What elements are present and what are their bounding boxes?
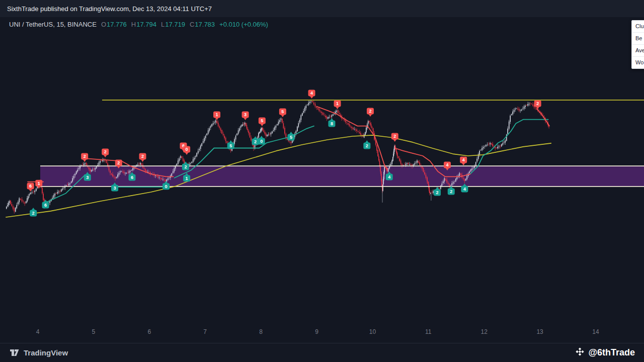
svg-text:2: 2 (84, 154, 86, 159)
svg-text:6: 6 (131, 175, 133, 180)
svg-text:12: 12 (481, 328, 488, 335)
sell-signal-badge: 4 (308, 90, 315, 99)
indicator-panel: Clu Be Aver Wo (631, 20, 644, 69)
svg-text:2: 2 (254, 139, 257, 144)
buy-signal-badge: 2 (30, 208, 37, 217)
svg-text:4: 4 (462, 157, 465, 162)
sell-signal-badge: 1 (334, 100, 341, 109)
svg-text:2: 2 (184, 164, 187, 169)
svg-text:4: 4 (463, 187, 466, 192)
svg-text:2: 2 (366, 143, 368, 148)
svg-text:5: 5 (229, 143, 232, 148)
price-change: +0.010 (+0.06%) (219, 21, 268, 28)
signals-layer: 6122226013554122442263360215205824224 (27, 90, 541, 217)
svg-text:6: 6 (44, 203, 47, 208)
svg-text:9: 9 (315, 328, 318, 335)
sell-signal-badge: 3 (242, 111, 249, 120)
indicator-panel-item[interactable]: Be (632, 33, 644, 45)
svg-text:2: 2 (104, 149, 107, 154)
svg-text:8: 8 (331, 121, 333, 126)
svg-text:2: 2 (536, 101, 539, 106)
svg-text:10: 10 (369, 328, 376, 335)
publish-bar: SixthTrade published on TradingView.com,… (0, 0, 644, 18)
svg-text:11: 11 (425, 328, 432, 335)
svg-text:3: 3 (114, 186, 116, 191)
tradingview-brand-label: TradingView (24, 348, 68, 357)
sell-signal-badge: 2 (391, 133, 398, 142)
buy-signal-badge: 0 (258, 136, 265, 145)
svg-text:5: 5 (290, 135, 292, 140)
ohlc-open: O17.776 (101, 21, 127, 28)
sell-signal-badge: 2 (367, 108, 374, 117)
buy-signal-badge: 5 (287, 132, 294, 141)
svg-text:1: 1 (186, 176, 188, 181)
footer-bar: TradingView @6thTrade (0, 343, 644, 362)
ohlc-close: C17.783 (190, 21, 215, 28)
sell-signal-badge: 6 (27, 183, 34, 192)
svg-text:5: 5 (92, 328, 96, 335)
sell-signal-badge: 2 (81, 153, 88, 162)
author-handle-label: @6thTrade (588, 347, 635, 358)
svg-text:2: 2 (141, 154, 144, 159)
svg-text:1: 1 (38, 181, 40, 186)
chart-canvas[interactable]: 6122226013554122442263360215205824224456… (0, 17, 644, 343)
svg-text:14: 14 (592, 328, 599, 335)
svg-text:6: 6 (147, 328, 151, 335)
indicator-panel-item[interactable]: Aver (632, 45, 644, 57)
svg-text:5: 5 (261, 118, 263, 123)
sell-signal-badge: 2 (139, 153, 146, 162)
buy-signal-badge: 6 (42, 200, 49, 209)
sell-signal-badge: 0 (183, 146, 190, 155)
svg-text:1: 1 (336, 101, 339, 106)
svg-text:3: 3 (244, 112, 247, 117)
axis-labels: 4567891011121314 (36, 328, 599, 335)
svg-text:4: 4 (310, 90, 313, 96)
author-handle[interactable]: @6thTrade (576, 347, 635, 358)
svg-text:2: 2 (436, 190, 439, 195)
svg-text:4: 4 (36, 328, 40, 335)
buy-signal-badge: 2 (434, 187, 441, 196)
symbol-title[interactable]: UNI / TetherUS, 15, BINANCE (9, 21, 97, 28)
sell-signal-badge: 5 (279, 108, 286, 117)
svg-text:8: 8 (259, 328, 263, 335)
svg-text:13: 13 (536, 328, 543, 335)
ohlc-high: H17.794 (131, 21, 156, 28)
publish-caption: SixthTrade published on TradingView.com,… (7, 5, 212, 13)
svg-text:0: 0 (186, 147, 188, 152)
buy-signal-badge: 2 (363, 140, 370, 149)
svg-text:3: 3 (86, 175, 89, 180)
svg-text:2: 2 (450, 189, 452, 194)
buy-signal-badge: 2 (252, 136, 259, 145)
svg-text:1: 1 (215, 112, 218, 117)
symbol-legend-row: UNI / TetherUS, 15, BINANCE O17.776 H17.… (9, 21, 268, 28)
svg-text:2: 2 (393, 134, 396, 139)
buy-signal-badge: 8 (328, 118, 335, 127)
svg-text:7: 7 (203, 328, 207, 335)
tradingview-brand[interactable]: TradingView (9, 347, 68, 359)
svg-text:5: 5 (281, 109, 284, 114)
svg-text:4: 4 (446, 162, 448, 167)
binance-diamond-icon (576, 347, 584, 358)
svg-text:0: 0 (165, 184, 168, 189)
sell-signal-badge: 5 (259, 118, 266, 127)
svg-text:2: 2 (369, 109, 371, 114)
svg-text:4: 4 (388, 174, 390, 179)
sell-signal-badge: 1 (213, 111, 220, 120)
indicator-panel-item[interactable]: Wo (632, 57, 644, 68)
sell-signal-badge: 4 (460, 156, 467, 165)
svg-text:2: 2 (32, 211, 35, 216)
buy-signal-badge: 2 (448, 186, 455, 195)
ohlc-low: L17.719 (161, 21, 185, 28)
chart-pane: 6122226013554122442263360215205824224456… (0, 17, 644, 343)
svg-text:6: 6 (29, 184, 32, 189)
sell-signal-badge: 2 (102, 148, 109, 157)
svg-text:0: 0 (260, 139, 263, 144)
svg-text:2: 2 (117, 160, 120, 165)
indicator-panel-item[interactable]: Clu (632, 21, 644, 33)
overlay-lines (6, 100, 644, 217)
tradingview-logo-icon (9, 347, 20, 359)
